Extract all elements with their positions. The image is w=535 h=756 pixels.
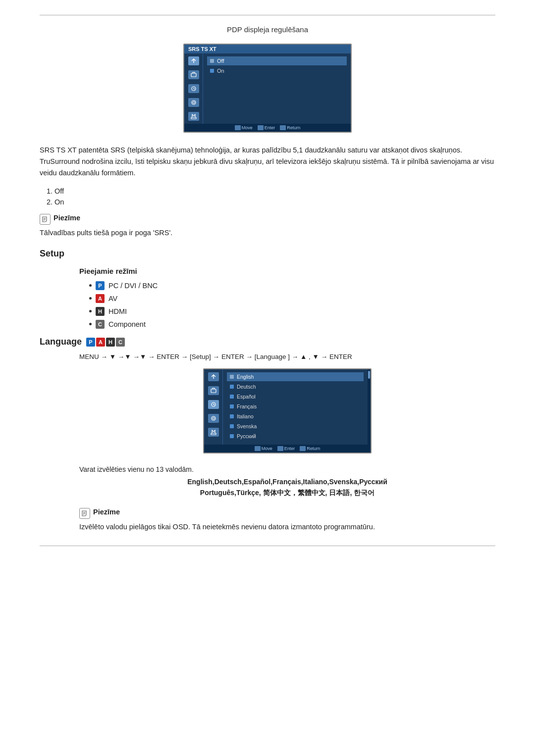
remote-note: Tālvadības pults tiešā poga ir poga 'SRS… [40,229,495,237]
lang-enter-icon [277,446,283,451]
badge-h: H [96,307,105,316]
footer-enter: Enter [258,125,275,130]
lang-return-icon [300,446,306,451]
language-title: Language P A H C [40,337,495,347]
mode-pc-label: PC / DVI / BNC [108,282,158,290]
note-icon-2 [79,508,90,519]
bullet-dot-3 [89,310,92,312]
lang-badge-a: A [96,338,105,347]
list-item-on: On [54,198,495,206]
lang-osd-body: English Deutsch Español [204,369,371,445]
setup-content: Pieejamie režīmi P PC / DVI / BNC A AV H… [79,267,495,329]
osd-body: Off On [184,53,351,124]
badge-a: A [96,294,105,303]
move-icon [235,125,241,130]
scroll-thumb [368,371,370,379]
bullet-dot [89,284,92,287]
language-section: Language P A H C MENU → ▼ →▼ →▼ → ENTER … [40,337,495,531]
pieejamie-rezimi-title: Pieejamie režīmi [79,267,495,275]
osd-item-on: On [207,66,347,75]
list-item-off: Off [54,187,495,195]
language-content: MENU → ▼ →▼ →▼ → ENTER → [Setup] → ENTER… [79,353,495,531]
bullet-dot-4 [89,323,92,325]
svg-rect-5 [211,389,216,393]
return-icon [280,125,286,130]
mode-hdmi: H HDMI [89,307,495,316]
note-box-2: Piezīme [79,508,495,519]
scrollbar [368,369,371,445]
lang-dot-7 [230,434,234,438]
svg-point-8 [213,417,214,419]
srs-screen-container: SRS TS XT [40,44,495,133]
svg-rect-4 [191,117,196,119]
bottom-rule [40,546,495,546]
lang-osd-sidebar [204,369,223,445]
lang-sidebar-2 [208,386,219,395]
osd-item-off: Off [207,56,347,65]
osd-title: SRS TS XT [184,45,351,53]
svg-rect-0 [191,73,196,77]
badge-c: C [96,320,105,329]
osd-lang-italiano: Italiano [227,412,364,421]
numbered-list: Off On [54,187,495,206]
osd-sidebar-icon-2 [188,70,199,79]
lang-badge-p: P [86,338,95,347]
enter-icon [258,125,264,130]
lang-intro: Varat izvēlēties vienu no 13 valodām. [79,465,495,473]
footer-move: Move [235,125,253,130]
lang-sidebar-5 [208,428,219,437]
osd-sidebar [184,53,203,124]
mode-av: A AV [89,294,495,303]
osd-lang-english: English [227,372,364,381]
mode-pc: P PC / DVI / BNC [89,281,495,290]
lang-footer-move: Move [255,446,272,451]
osd-lang-svenska: Svenska [227,422,364,431]
lang-dot-4 [230,404,234,408]
osd-lang-russian: Русский [227,432,364,441]
lang-osd-screen: English Deutsch Español [203,368,372,454]
lang-line-2: Português,Türkçe, 简体中文，繁體中文, 日本語, 한국어 [79,487,495,498]
lang-footer-enter: Enter [277,446,295,451]
lang-badge-c: C [116,338,125,347]
languages-list: English,Deutsch,Español,Français,Italian… [79,476,495,499]
modes-list: P PC / DVI / BNC A AV H HDMI C Component [89,281,495,329]
mode-hdmi-label: HDMI [108,307,127,315]
osd-footer: Move Enter Return [184,124,351,132]
osd-sidebar-icon-1 [188,56,199,65]
note-label-1: Piezīme [54,214,80,222]
badge-p: P [96,281,105,290]
osd-lang-francais: Français [227,402,364,411]
note-box-1: Piezīme [40,214,495,225]
page-title: PDP displeja regulēšana [40,25,495,34]
osd-dot-2 [210,69,214,73]
lang-sidebar-3 [208,400,219,409]
menu-path: MENU → ▼ →▼ →▼ → ENTER → [Setup] → ENTER… [79,353,495,360]
lang-osd-content: English Deutsch Español [223,369,368,445]
note-label-2: Piezīme [93,508,120,516]
svg-point-3 [193,101,195,103]
svg-point-2 [192,101,196,104]
svg-rect-9 [211,433,216,435]
osd-sidebar-icon-4 [188,98,199,107]
osd-sidebar-icon-3 [188,84,199,93]
lang-line-1: English,Deutsch,Español,Français,Italian… [79,476,495,487]
mode-component: C Component [89,320,495,329]
osd-content: Off On [203,53,351,124]
srs-osd-screen: SRS TS XT [183,44,352,133]
bullet-dot-2 [89,297,92,300]
lang-dot-1 [230,375,234,379]
srs-description: SRS TS XT patentēta SRS (telpiskā skanēj… [40,145,495,179]
lang-screen-container: English Deutsch Español [79,368,495,454]
osd-dot [210,59,214,63]
osd-lang-espanol: Español [227,392,364,401]
osd-sidebar-icon-5 [188,112,199,121]
osd-lang-deutsch: Deutsch [227,382,364,391]
lang-footer-return: Return [300,446,320,451]
note-icon-1 [40,214,51,225]
top-rule [40,15,495,15]
lang-dot-2 [230,385,234,389]
lang-move-icon [255,446,261,451]
setup-title: Setup [40,249,495,259]
lang-dot-3 [230,395,234,399]
lang-sidebar-1 [208,372,219,381]
